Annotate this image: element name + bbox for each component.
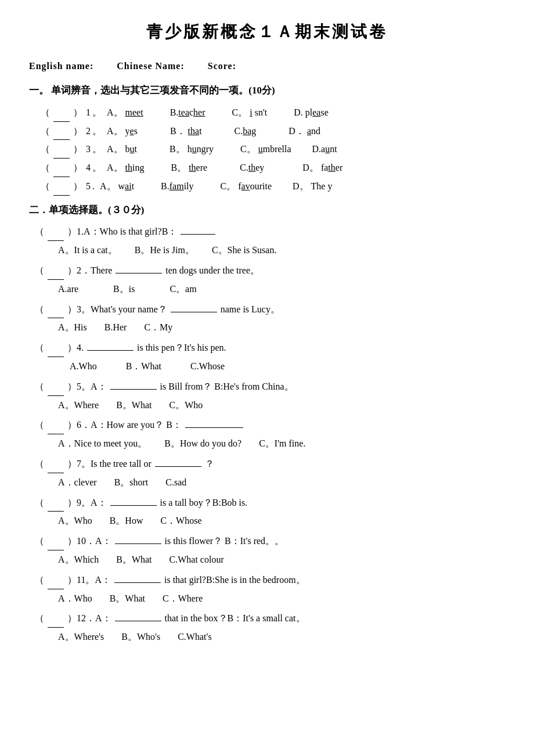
section2-title: 二．单项选择题。(３０分) xyxy=(29,201,505,219)
english-name-label: English name: xyxy=(29,58,93,75)
list-item: （ ）12．A： that in the box？B：It's a small … xyxy=(29,610,505,646)
list-item: （ ）4. is this pen？It's his pen. A.Who B．… xyxy=(29,340,505,375)
list-item: （ ）2．There ten dogs under the tree。 A.ar… xyxy=(29,262,505,298)
list-item: （ ）3。What's your name？ name is Lucy。 A。H… xyxy=(29,301,505,337)
list-item: （ ） 3。 A。 but B。 hungry C。 umbrella D.au… xyxy=(41,141,505,159)
chinese-name-label: Chinese Name: xyxy=(117,58,185,75)
list-item: （ ）6．A：How are you？ B： A．Nice to meet yo… xyxy=(29,417,505,452)
list-item: （ ） 5. A。 wait B.family C。 favourite D。 … xyxy=(41,178,505,196)
header-row: English name: Chinese Name: Score: xyxy=(29,58,505,75)
list-item: （ ）9。A： is a tall boy？B:Bob is. A。Who B。… xyxy=(29,495,505,530)
list-item: （ ）1.A：Who is that girl?B： A。It is a cat… xyxy=(29,224,505,259)
title: 青少版新概念１Ａ期末测试卷 xyxy=(29,17,505,46)
list-item: （ ） 4。 A。 thing B。 there C.they D。 fathe… xyxy=(41,160,505,177)
section1-title: 一。 单词辨音，选出与其它三项发音不同的一项。(10分) xyxy=(29,82,505,100)
section2-questions: （ ）1.A：Who is that girl?B： A。It is a cat… xyxy=(29,224,505,646)
list-item: （ ）11。A： is that girl?B:She is in the be… xyxy=(29,572,505,607)
list-item: （ ） 1。 A。 meet B.teacher C。 i sn't D. pl… xyxy=(41,105,505,122)
section1-questions: （ ） 1。 A。 meet B.teacher C。 i sn't D. pl… xyxy=(29,105,505,196)
score-label: Score: xyxy=(208,58,236,75)
list-item: （ ）5。A： is Bill from？ B:He's from China。… xyxy=(29,379,505,414)
list-item: （ ） 2。 A。 yes B． that C.bag D． and xyxy=(41,123,505,141)
list-item: （ ）10．A： is this flower？ B：It's red。。 A。… xyxy=(29,533,505,568)
list-item: （ ）7。Is the tree tall or ？ A．clever B。sh… xyxy=(29,456,505,491)
